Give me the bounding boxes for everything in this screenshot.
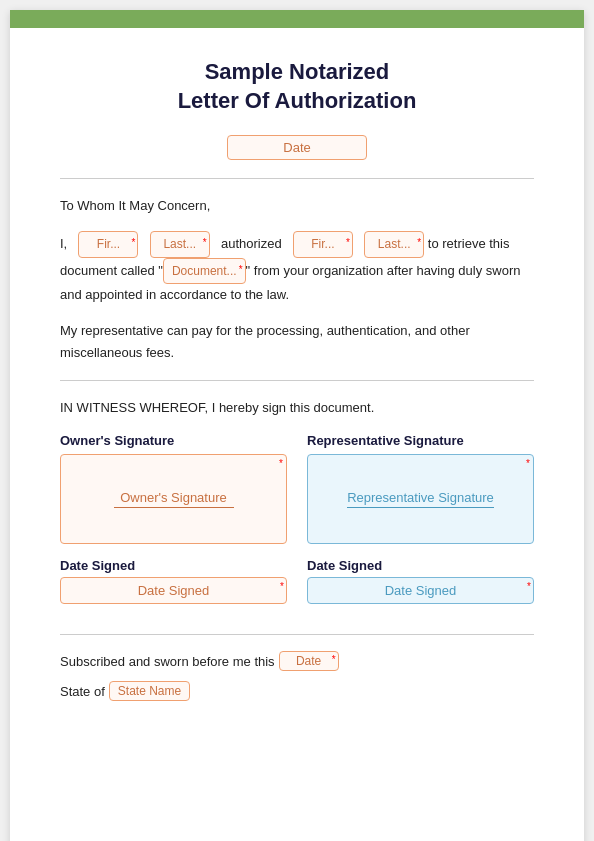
rep-date-label: Date Signed — [307, 558, 534, 573]
owner-date-col: Date Signed Date Signed * — [60, 558, 287, 604]
page: Sample Notarized Letter Of Authorization… — [10, 10, 584, 841]
last2-required: * — [417, 234, 421, 251]
rep-sig-box[interactable]: * Representative Signature — [307, 454, 534, 544]
subscribed-date-wrapper: Date * — [279, 651, 339, 671]
first2-input[interactable]: Fir... — [293, 231, 353, 257]
last2-wrapper: Last... * — [364, 231, 424, 257]
date-field-wrapper: Date — [227, 135, 367, 160]
rep-date-input[interactable]: Date Signed — [307, 577, 534, 604]
document-input[interactable]: Document... — [163, 258, 246, 284]
rep-sig-label: Representative Signature — [307, 433, 534, 448]
subscribed-row: Subscribed and sworn before me this Date… — [60, 651, 534, 671]
rep-date-col: Date Signed Date Signed * — [307, 558, 534, 604]
owner-date-required: * — [280, 581, 284, 592]
owner-date-label: Date Signed — [60, 558, 287, 573]
rep-date-required: * — [527, 581, 531, 592]
paragraph-1: I, Fir... * Last... * authorized Fir... … — [60, 231, 534, 306]
last1-wrapper: Last... * — [150, 231, 210, 257]
divider-top — [60, 178, 534, 179]
first2-wrapper: Fir... * — [293, 231, 353, 257]
divider-middle — [60, 380, 534, 381]
owner-sig-text: Owner's Signature — [114, 490, 234, 508]
owner-date-input[interactable]: Date Signed — [60, 577, 287, 604]
divider-bottom — [60, 634, 534, 635]
date-signed-row: Date Signed Date Signed * Date Signed Da… — [60, 558, 534, 604]
rep-date-wrapper: Date Signed * — [307, 577, 534, 604]
first1-required: * — [132, 234, 136, 251]
top-bar — [10, 10, 584, 28]
content: Sample Notarized Letter Of Authorization… — [10, 28, 584, 741]
subscribed-date-input[interactable]: Date — [279, 651, 339, 671]
owner-date-wrapper: Date Signed * — [60, 577, 287, 604]
witness-text: IN WITNESS WHEREOF, I hereby sign this d… — [60, 397, 534, 419]
rep-sig-text: Representative Signature — [347, 490, 494, 508]
state-name-input[interactable]: State Name — [109, 681, 190, 701]
paragraph-2: My representative can pay for the proces… — [60, 320, 534, 364]
first1-wrapper: Fir... * — [78, 231, 138, 257]
signature-section: Owner's Signature * Owner's Signature Re… — [60, 433, 534, 544]
state-row: State of State Name — [60, 681, 534, 701]
date-field-container: Date — [60, 135, 534, 160]
first1-input[interactable]: Fir... — [78, 231, 138, 257]
last2-input[interactable]: Last... — [364, 231, 424, 257]
last1-input[interactable]: Last... — [150, 231, 210, 257]
subscribed-date-required: * — [332, 654, 336, 665]
document-wrapper: Document...* — [163, 258, 246, 284]
page-title: Sample Notarized Letter Of Authorization — [60, 58, 534, 115]
date-input[interactable]: Date — [227, 135, 367, 160]
owner-sig-box[interactable]: * Owner's Signature — [60, 454, 287, 544]
first2-required: * — [346, 234, 350, 251]
rep-sig-required: * — [526, 458, 530, 469]
owner-sig-col: Owner's Signature * Owner's Signature — [60, 433, 287, 544]
salutation: To Whom It May Concern, — [60, 195, 534, 217]
state-name-wrapper: State Name — [109, 681, 190, 701]
rep-sig-col: Representative Signature * Representativ… — [307, 433, 534, 544]
owner-sig-required: * — [279, 458, 283, 469]
owner-sig-label: Owner's Signature — [60, 433, 287, 448]
document-required: * — [239, 261, 243, 278]
last1-required: * — [203, 234, 207, 251]
